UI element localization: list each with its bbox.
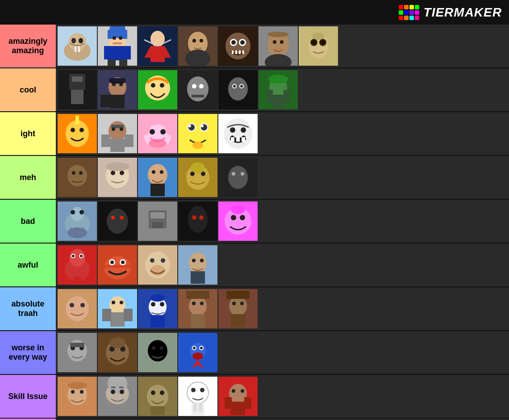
svg-rect-162 [158,212,165,218]
svg-point-116 [188,125,191,127]
svg-rect-16 [108,59,116,66]
tier-items-worse-every-way [56,331,509,374]
svg-rect-124 [236,137,240,142]
svg-point-266 [160,391,164,395]
svg-rect-13 [111,46,124,60]
tier-label-meh: meh [0,156,56,199]
svg-rect-267 [150,406,165,415]
tier-row-worse-every-way: worse in every way [0,331,509,375]
svg-point-157 [111,216,115,219]
svg-rect-274 [199,403,202,412]
svg-point-46 [273,40,276,44]
svg-point-185 [110,260,114,264]
tier-items-skill-issue [56,375,509,418]
list-item [98,333,137,372]
svg-point-2 [68,33,86,51]
list-item [178,158,217,197]
svg-rect-64 [100,95,110,107]
svg-rect-39 [232,50,234,54]
svg-point-152 [71,210,75,214]
svg-point-76 [199,84,204,88]
svg-rect-217 [191,314,205,328]
svg-rect-206 [124,309,133,321]
svg-rect-40 [235,50,237,54]
svg-point-224 [232,302,236,305]
tier-container: amazingly amazing [0,25,509,420]
svg-point-129 [79,171,83,175]
list-item [218,202,258,241]
svg-point-170 [231,215,236,220]
svg-point-72 [160,83,164,88]
list-item [98,70,137,109]
svg-point-201 [80,303,85,307]
tier-row-skill-issue: Skill Issue [0,375,509,419]
svg-point-277 [232,389,235,393]
svg-point-146 [228,166,248,189]
svg-point-75 [192,84,196,88]
svg-point-236 [109,337,125,348]
list-item [218,289,258,328]
svg-point-55 [312,33,325,40]
svg-rect-226 [226,291,250,299]
svg-rect-197 [191,271,205,284]
tier-row-ight: ight [0,112,509,156]
svg-rect-280 [225,397,232,409]
list-item [58,158,97,197]
svg-rect-41 [239,50,241,54]
list-item [138,245,177,285]
svg-point-178 [72,255,75,257]
svg-point-225 [240,302,244,305]
tier-items-amazingly-amazing [56,25,509,67]
tier-row-amazingly-amazing: amazingly amazing [0,25,509,68]
svg-point-167 [199,215,204,220]
tiermaker-logo: TierMaker [399,5,502,20]
svg-rect-281 [244,397,251,409]
svg-rect-14 [104,46,112,59]
list-item [259,26,298,66]
svg-point-259 [111,390,115,394]
svg-point-89 [268,75,288,84]
svg-point-138 [160,170,163,174]
svg-rect-279 [231,402,245,415]
svg-point-216 [189,296,207,316]
svg-point-31 [192,39,196,42]
tier-label-awful: awful [0,244,56,286]
list-item [178,333,217,372]
tier-items-meh [56,156,509,199]
svg-point-117 [201,125,204,127]
svg-rect-98 [101,134,110,147]
svg-rect-163 [152,222,163,228]
list-item [58,377,97,416]
svg-point-208 [120,301,123,304]
svg-point-196 [200,259,204,262]
svg-point-22 [150,31,165,47]
list-item [58,70,97,109]
svg-point-120 [224,118,252,149]
tier-items-cool [56,68,509,111]
svg-rect-99 [125,134,134,147]
svg-point-121 [230,127,235,133]
svg-rect-261 [111,386,116,388]
svg-point-144 [191,162,205,173]
svg-point-101 [112,127,115,131]
svg-point-165 [188,206,208,233]
svg-point-203 [109,296,125,314]
svg-point-122 [241,127,246,133]
svg-point-166 [192,215,196,220]
tier-row-meh: meh [0,156,509,200]
svg-point-143 [201,172,205,176]
svg-point-19 [119,36,122,40]
svg-point-239 [152,346,155,350]
svg-point-38 [240,40,245,45]
tier-items-absolute-traah [56,287,509,330]
svg-rect-86 [272,95,284,108]
list-item [178,202,217,241]
tier-label-bad: bad [0,200,56,243]
svg-point-247 [200,347,203,349]
svg-rect-42 [242,50,244,54]
list-item [178,245,217,285]
svg-point-186 [121,260,125,264]
tier-label-cool: cool [0,68,56,111]
svg-point-132 [111,171,115,175]
list-item [58,26,97,66]
